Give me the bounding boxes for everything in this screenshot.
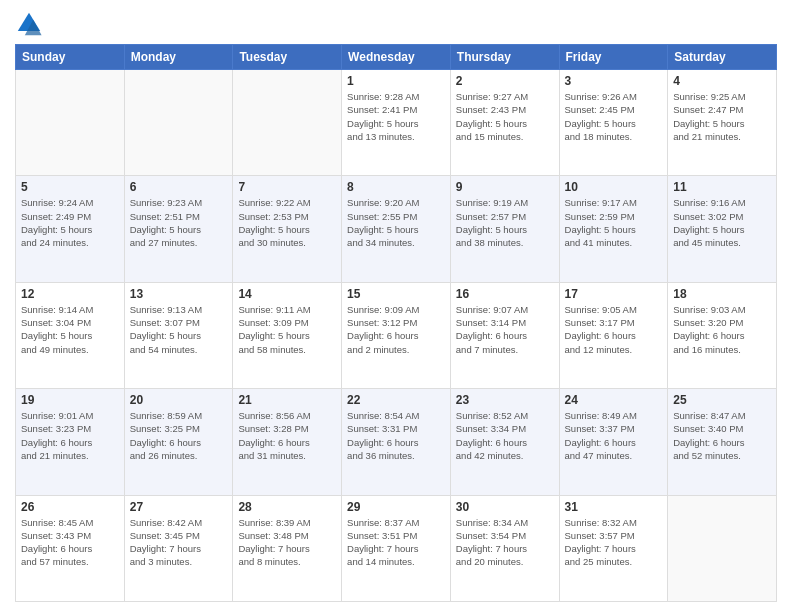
day-number: 6 — [130, 180, 228, 194]
calendar-cell: 11Sunrise: 9:16 AM Sunset: 3:02 PM Dayli… — [668, 176, 777, 282]
day-info: Sunrise: 8:34 AM Sunset: 3:54 PM Dayligh… — [456, 516, 554, 569]
calendar-cell: 23Sunrise: 8:52 AM Sunset: 3:34 PM Dayli… — [450, 389, 559, 495]
calendar-cell: 17Sunrise: 9:05 AM Sunset: 3:17 PM Dayli… — [559, 282, 668, 388]
calendar-cell: 25Sunrise: 8:47 AM Sunset: 3:40 PM Dayli… — [668, 389, 777, 495]
weekday-header-saturday: Saturday — [668, 45, 777, 70]
day-info: Sunrise: 9:17 AM Sunset: 2:59 PM Dayligh… — [565, 196, 663, 249]
day-info: Sunrise: 8:52 AM Sunset: 3:34 PM Dayligh… — [456, 409, 554, 462]
calendar-cell — [16, 70, 125, 176]
calendar-cell: 20Sunrise: 8:59 AM Sunset: 3:25 PM Dayli… — [124, 389, 233, 495]
day-number: 27 — [130, 500, 228, 514]
header — [15, 10, 777, 38]
day-info: Sunrise: 9:11 AM Sunset: 3:09 PM Dayligh… — [238, 303, 336, 356]
day-number: 20 — [130, 393, 228, 407]
calendar-cell: 19Sunrise: 9:01 AM Sunset: 3:23 PM Dayli… — [16, 389, 125, 495]
calendar-cell: 16Sunrise: 9:07 AM Sunset: 3:14 PM Dayli… — [450, 282, 559, 388]
week-row-5: 26Sunrise: 8:45 AM Sunset: 3:43 PM Dayli… — [16, 495, 777, 601]
calendar-cell: 10Sunrise: 9:17 AM Sunset: 2:59 PM Dayli… — [559, 176, 668, 282]
day-info: Sunrise: 9:01 AM Sunset: 3:23 PM Dayligh… — [21, 409, 119, 462]
day-info: Sunrise: 8:59 AM Sunset: 3:25 PM Dayligh… — [130, 409, 228, 462]
weekday-header-tuesday: Tuesday — [233, 45, 342, 70]
calendar-cell: 15Sunrise: 9:09 AM Sunset: 3:12 PM Dayli… — [342, 282, 451, 388]
day-number: 3 — [565, 74, 663, 88]
calendar-cell: 9Sunrise: 9:19 AM Sunset: 2:57 PM Daylig… — [450, 176, 559, 282]
day-number: 18 — [673, 287, 771, 301]
calendar-cell: 3Sunrise: 9:26 AM Sunset: 2:45 PM Daylig… — [559, 70, 668, 176]
calendar-cell: 24Sunrise: 8:49 AM Sunset: 3:37 PM Dayli… — [559, 389, 668, 495]
calendar-cell: 22Sunrise: 8:54 AM Sunset: 3:31 PM Dayli… — [342, 389, 451, 495]
day-number: 30 — [456, 500, 554, 514]
day-number: 17 — [565, 287, 663, 301]
day-number: 12 — [21, 287, 119, 301]
day-info: Sunrise: 9:27 AM Sunset: 2:43 PM Dayligh… — [456, 90, 554, 143]
day-info: Sunrise: 8:45 AM Sunset: 3:43 PM Dayligh… — [21, 516, 119, 569]
calendar-cell: 4Sunrise: 9:25 AM Sunset: 2:47 PM Daylig… — [668, 70, 777, 176]
day-number: 1 — [347, 74, 445, 88]
day-number: 16 — [456, 287, 554, 301]
day-number: 22 — [347, 393, 445, 407]
day-info: Sunrise: 9:19 AM Sunset: 2:57 PM Dayligh… — [456, 196, 554, 249]
logo-icon — [15, 10, 43, 38]
day-info: Sunrise: 9:20 AM Sunset: 2:55 PM Dayligh… — [347, 196, 445, 249]
day-info: Sunrise: 8:39 AM Sunset: 3:48 PM Dayligh… — [238, 516, 336, 569]
day-info: Sunrise: 9:26 AM Sunset: 2:45 PM Dayligh… — [565, 90, 663, 143]
day-number: 7 — [238, 180, 336, 194]
calendar-cell: 31Sunrise: 8:32 AM Sunset: 3:57 PM Dayli… — [559, 495, 668, 601]
day-info: Sunrise: 9:05 AM Sunset: 3:17 PM Dayligh… — [565, 303, 663, 356]
day-info: Sunrise: 9:24 AM Sunset: 2:49 PM Dayligh… — [21, 196, 119, 249]
day-number: 25 — [673, 393, 771, 407]
calendar-cell — [233, 70, 342, 176]
day-info: Sunrise: 9:09 AM Sunset: 3:12 PM Dayligh… — [347, 303, 445, 356]
day-info: Sunrise: 9:25 AM Sunset: 2:47 PM Dayligh… — [673, 90, 771, 143]
calendar-cell: 27Sunrise: 8:42 AM Sunset: 3:45 PM Dayli… — [124, 495, 233, 601]
calendar-cell: 21Sunrise: 8:56 AM Sunset: 3:28 PM Dayli… — [233, 389, 342, 495]
calendar-cell: 13Sunrise: 9:13 AM Sunset: 3:07 PM Dayli… — [124, 282, 233, 388]
day-number: 10 — [565, 180, 663, 194]
day-info: Sunrise: 9:28 AM Sunset: 2:41 PM Dayligh… — [347, 90, 445, 143]
day-info: Sunrise: 8:49 AM Sunset: 3:37 PM Dayligh… — [565, 409, 663, 462]
weekday-row: SundayMondayTuesdayWednesdayThursdayFrid… — [16, 45, 777, 70]
day-info: Sunrise: 9:14 AM Sunset: 3:04 PM Dayligh… — [21, 303, 119, 356]
day-number: 11 — [673, 180, 771, 194]
week-row-3: 12Sunrise: 9:14 AM Sunset: 3:04 PM Dayli… — [16, 282, 777, 388]
calendar-cell: 7Sunrise: 9:22 AM Sunset: 2:53 PM Daylig… — [233, 176, 342, 282]
calendar-cell: 12Sunrise: 9:14 AM Sunset: 3:04 PM Dayli… — [16, 282, 125, 388]
calendar-cell: 29Sunrise: 8:37 AM Sunset: 3:51 PM Dayli… — [342, 495, 451, 601]
day-number: 14 — [238, 287, 336, 301]
day-info: Sunrise: 8:42 AM Sunset: 3:45 PM Dayligh… — [130, 516, 228, 569]
weekday-header-wednesday: Wednesday — [342, 45, 451, 70]
day-number: 29 — [347, 500, 445, 514]
calendar-cell: 1Sunrise: 9:28 AM Sunset: 2:41 PM Daylig… — [342, 70, 451, 176]
week-row-4: 19Sunrise: 9:01 AM Sunset: 3:23 PM Dayli… — [16, 389, 777, 495]
day-number: 2 — [456, 74, 554, 88]
day-number: 26 — [21, 500, 119, 514]
day-number: 24 — [565, 393, 663, 407]
calendar-cell: 14Sunrise: 9:11 AM Sunset: 3:09 PM Dayli… — [233, 282, 342, 388]
calendar-cell — [124, 70, 233, 176]
calendar-cell: 26Sunrise: 8:45 AM Sunset: 3:43 PM Dayli… — [16, 495, 125, 601]
day-info: Sunrise: 9:16 AM Sunset: 3:02 PM Dayligh… — [673, 196, 771, 249]
day-info: Sunrise: 9:07 AM Sunset: 3:14 PM Dayligh… — [456, 303, 554, 356]
calendar-header: SundayMondayTuesdayWednesdayThursdayFrid… — [16, 45, 777, 70]
day-number: 13 — [130, 287, 228, 301]
day-number: 15 — [347, 287, 445, 301]
day-info: Sunrise: 8:47 AM Sunset: 3:40 PM Dayligh… — [673, 409, 771, 462]
day-info: Sunrise: 9:22 AM Sunset: 2:53 PM Dayligh… — [238, 196, 336, 249]
day-number: 23 — [456, 393, 554, 407]
calendar-cell: 8Sunrise: 9:20 AM Sunset: 2:55 PM Daylig… — [342, 176, 451, 282]
weekday-header-sunday: Sunday — [16, 45, 125, 70]
day-info: Sunrise: 9:13 AM Sunset: 3:07 PM Dayligh… — [130, 303, 228, 356]
calendar-body: 1Sunrise: 9:28 AM Sunset: 2:41 PM Daylig… — [16, 70, 777, 602]
calendar-cell — [668, 495, 777, 601]
day-number: 31 — [565, 500, 663, 514]
week-row-1: 1Sunrise: 9:28 AM Sunset: 2:41 PM Daylig… — [16, 70, 777, 176]
day-info: Sunrise: 8:54 AM Sunset: 3:31 PM Dayligh… — [347, 409, 445, 462]
calendar: SundayMondayTuesdayWednesdayThursdayFrid… — [15, 44, 777, 602]
weekday-header-monday: Monday — [124, 45, 233, 70]
day-number: 4 — [673, 74, 771, 88]
calendar-cell: 6Sunrise: 9:23 AM Sunset: 2:51 PM Daylig… — [124, 176, 233, 282]
day-number: 5 — [21, 180, 119, 194]
day-info: Sunrise: 8:32 AM Sunset: 3:57 PM Dayligh… — [565, 516, 663, 569]
calendar-cell: 18Sunrise: 9:03 AM Sunset: 3:20 PM Dayli… — [668, 282, 777, 388]
calendar-cell: 30Sunrise: 8:34 AM Sunset: 3:54 PM Dayli… — [450, 495, 559, 601]
